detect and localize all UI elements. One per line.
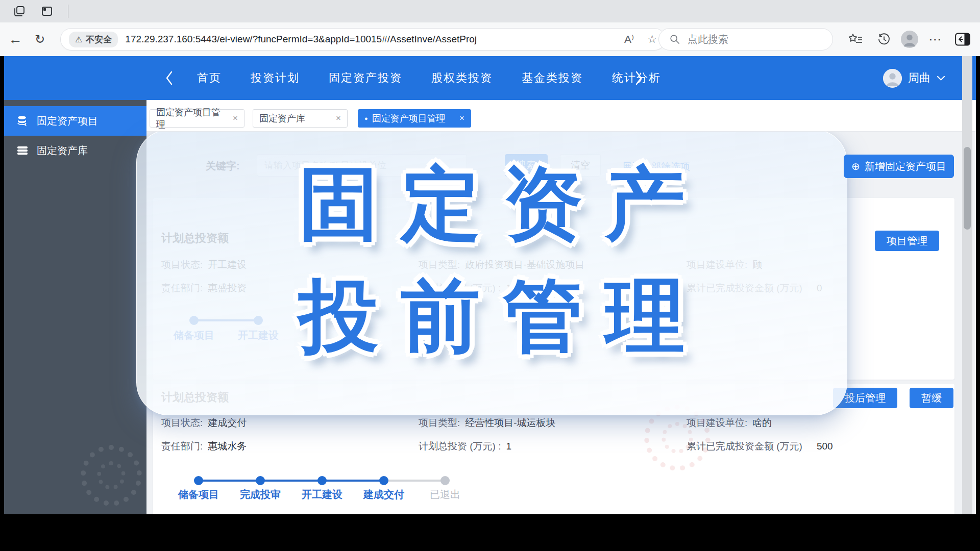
add-asset-project-button[interactable]: ⊕ 新增固定资产项目 bbox=[844, 155, 954, 178]
tab-actions-icon[interactable] bbox=[13, 5, 26, 17]
warning-icon: ⚠ bbox=[75, 35, 82, 44]
page-scrollbar[interactable] bbox=[962, 56, 972, 514]
screen: ← ↻ ⚠ 不安全 172.29.237.160:5443/ei-view/?f… bbox=[0, 0, 980, 551]
doc-tab-label: 固定资产库 bbox=[259, 112, 305, 124]
close-icon[interactable]: × bbox=[336, 113, 341, 123]
project-manage-button[interactable]: 项目管理 bbox=[875, 231, 939, 251]
field-completed-invest: 累计已完成投资金额 (万元)500 bbox=[687, 440, 946, 455]
step-dot bbox=[317, 476, 327, 485]
field-build-unit: 项目建设单位:啥的 bbox=[687, 416, 946, 432]
history-icon[interactable] bbox=[874, 22, 894, 56]
tabstrip-separator bbox=[68, 5, 68, 18]
letterbox-left bbox=[0, 56, 4, 551]
close-icon[interactable]: × bbox=[459, 113, 464, 123]
user-avatar bbox=[883, 69, 902, 88]
browser-toolbar: ← ↻ ⚠ 不安全 172.29.237.160:5443/ei-view/?f… bbox=[0, 22, 980, 56]
back-icon[interactable]: ← bbox=[5, 22, 26, 56]
step-dot bbox=[256, 476, 265, 485]
step-label: 建成交付 bbox=[353, 488, 414, 502]
sidebar: 固定资产项目 固定资产库 bbox=[4, 100, 146, 514]
step-label: 已退出 bbox=[414, 488, 476, 502]
favorite-star-icon[interactable]: ☆ bbox=[647, 33, 657, 45]
sidebar-item-label: 固定资产库 bbox=[37, 144, 88, 158]
browser-tabstrip bbox=[0, 0, 980, 22]
nav-item-fixed-asset-invest[interactable]: 固定资产投资 bbox=[329, 70, 402, 86]
document-tab-bar: 固定资产项目管理 × 固定资产库 × ● 固定资产项目管理 × bbox=[146, 100, 976, 132]
search-icon bbox=[669, 34, 680, 45]
user-name: 周曲 bbox=[908, 70, 930, 86]
nav-item-fund-invest[interactable]: 基金类投资 bbox=[522, 70, 583, 86]
active-dot-icon: ● bbox=[364, 115, 368, 121]
url-text: 172.29.237.160:5443/ei-view/?funcPermId=… bbox=[125, 34, 611, 45]
sidebar-item-fixed-asset-project[interactable]: 固定资产项目 bbox=[4, 106, 146, 136]
nav-item-home[interactable]: 首页 bbox=[197, 70, 222, 86]
card-fields: 项目状态:建成交付 项目类型:经营性项目-城运板块 项目建设单位:啥的 责任部门… bbox=[161, 416, 946, 455]
sidebar-watermark-ornament bbox=[81, 445, 142, 506]
scrollbar-thumb[interactable] bbox=[964, 147, 971, 230]
step-dot bbox=[194, 476, 203, 485]
doc-tab-asset-project-mgmt[interactable]: 固定资产项目管理 × bbox=[150, 109, 244, 128]
field-project-status: 项目状态:建成交付 bbox=[161, 416, 419, 432]
nav-chevron-left-icon[interactable] bbox=[165, 70, 173, 86]
step-label: 完成投审 bbox=[230, 488, 291, 502]
watermark-line-2: 投前管理 bbox=[277, 274, 707, 358]
close-icon[interactable]: × bbox=[233, 113, 238, 123]
favorites-hub-icon[interactable] bbox=[845, 22, 866, 56]
security-chip[interactable]: ⚠ 不安全 bbox=[69, 32, 118, 47]
add-icon: ⊕ bbox=[851, 160, 860, 172]
step-dot bbox=[440, 476, 450, 485]
nav-menu: 首页 投资计划 固定资产投资 股权类投资 基金类投资 统计分析 bbox=[197, 56, 661, 100]
doc-tab-label: 固定资产项目管理 bbox=[372, 112, 446, 124]
field-planned-invest: 计划总投资 (万元) :1 bbox=[419, 440, 687, 455]
sidebar-item-label: 固定资产项目 bbox=[37, 114, 98, 128]
letterbox-bottom bbox=[0, 514, 980, 551]
step-dot bbox=[379, 476, 388, 485]
refresh-icon[interactable]: ↻ bbox=[30, 22, 50, 56]
nav-item-invest-plan[interactable]: 投资计划 bbox=[251, 70, 300, 86]
profile-icon[interactable] bbox=[899, 22, 920, 56]
web-page: 首页 投资计划 固定资产投资 股权类投资 基金类投资 统计分析 周曲 bbox=[4, 56, 976, 514]
sidebar-item-fixed-asset-library[interactable]: 固定资产库 bbox=[4, 136, 146, 165]
doc-tab-asset-library[interactable]: 固定资产库 × bbox=[253, 109, 348, 128]
app-nav: 首页 投资计划 固定资产投资 股权类投资 基金类投资 统计分析 周曲 bbox=[4, 56, 976, 100]
suspend-button[interactable]: 暂缓 bbox=[910, 388, 953, 408]
browser-search-placeholder: 点此搜索 bbox=[688, 33, 728, 46]
step-label: 储备项目 bbox=[168, 488, 229, 502]
browser-search-box[interactable]: 点此搜索 bbox=[658, 28, 833, 51]
nav-chevron-right-icon[interactable] bbox=[635, 70, 643, 86]
database-icon bbox=[16, 115, 29, 127]
doc-tab-label: 固定资产项目管理 bbox=[156, 106, 229, 131]
step-label: 开工建设 bbox=[291, 488, 353, 502]
doc-tab-asset-project-mgmt-active[interactable]: ● 固定资产项目管理 × bbox=[358, 109, 471, 128]
field-project-type: 项目类型:经营性项目-城运板块 bbox=[419, 416, 687, 432]
address-bar[interactable]: ⚠ 不安全 172.29.237.160:5443/ei-view/?funcP… bbox=[60, 28, 666, 51]
list-icon bbox=[16, 144, 29, 157]
security-label: 不安全 bbox=[86, 34, 112, 45]
read-aloud-icon[interactable]: A⁾ bbox=[624, 33, 634, 45]
user-menu[interactable]: 周曲 bbox=[883, 56, 945, 100]
user-chevron-down-icon bbox=[937, 76, 945, 81]
watermark-overlay: 固定资产 投前管理 bbox=[136, 130, 847, 415]
copilot-sidebar-icon[interactable] bbox=[951, 22, 974, 56]
watermark-line-1: 固定资产 bbox=[277, 162, 707, 245]
letterbox-right bbox=[976, 56, 980, 551]
more-icon[interactable]: ⋯ bbox=[925, 22, 945, 56]
vertical-tabs-icon[interactable] bbox=[41, 5, 53, 17]
field-responsible-dept: 责任部门:惠城水务 bbox=[161, 440, 419, 455]
nav-item-equity-invest[interactable]: 股权类投资 bbox=[431, 70, 493, 86]
